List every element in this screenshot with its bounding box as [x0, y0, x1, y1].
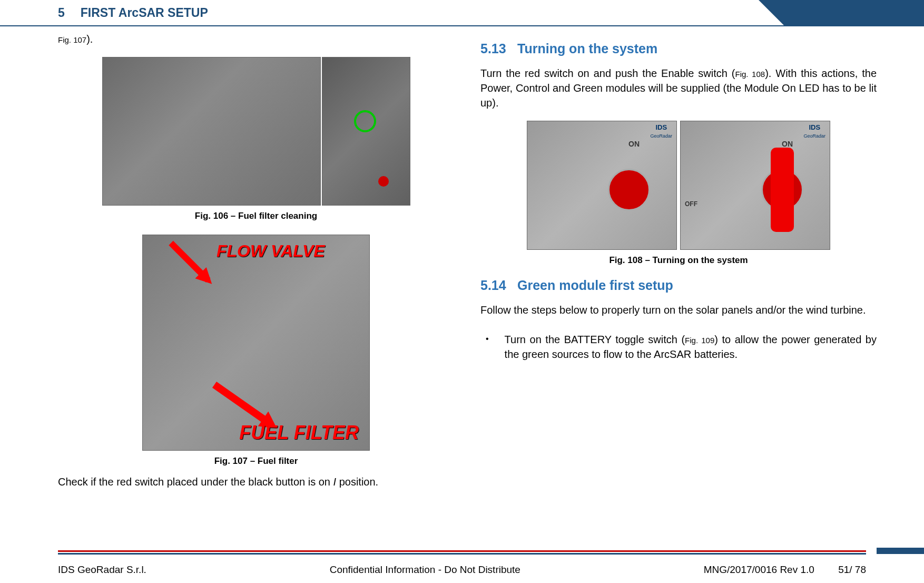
figure-106-caption: Fig. 106 – Fuel filter cleaning [58, 211, 454, 221]
chapter-number: 5 [58, 6, 65, 20]
section-5-14-heading: 5.14Green module first setup [480, 278, 877, 293]
bullet1-pre: Turn on the BATTERY toggle switch ( [505, 334, 685, 345]
ids-logo-right: IDS GeoRadar [803, 123, 825, 139]
bullet-list: • Turn on the BATTERY toggle switch (Fig… [480, 332, 877, 368]
footer-company: IDS GeoRadar S.r.l. [58, 564, 146, 576]
green-circle-annotation [354, 110, 376, 132]
section-5-14-number: 5.14 [480, 278, 517, 293]
section-5-13-number: 5.13 [480, 41, 517, 56]
footer-page: 51/ 78 [838, 564, 866, 575]
chapter-title: FIRST ArcSAR SETUP [81, 6, 208, 20]
bullet-1-text: Turn on the BATTERY toggle switch (Fig. … [505, 332, 877, 362]
section-5-14-body: Follow the steps below to properly turn … [480, 303, 877, 317]
switch-text-post: position. [336, 476, 378, 488]
red-switch-handle-right [771, 148, 794, 232]
ids-text: IDS [655, 123, 667, 131]
top-crossref: Fig. 107). [58, 32, 454, 46]
flow-valve-label: FLOW VALVE [217, 241, 325, 261]
footer-confidential: Confidential Information - Do Not Distri… [330, 564, 520, 576]
footer-content: IDS GeoRadar S.r.l. Confidential Informa… [0, 555, 924, 576]
figure-107-image: FLOW VALVE FUEL FILTER [142, 235, 370, 451]
sec513-pre: Turn the red switch on and push the Enab… [480, 67, 735, 79]
page-footer: IDS GeoRadar S.r.l. Confidential Informa… [0, 550, 924, 583]
header-decoration-bar [784, 0, 924, 25]
footer-docref: MNG/2017/0016 Rev 1.0 [704, 564, 814, 575]
bullet-icon: • [486, 332, 489, 362]
off-label-right: OFF [685, 200, 697, 208]
georadar-text-r: GeoRadar [803, 133, 825, 139]
footer-line-red [58, 550, 866, 552]
fig-ref-108: Fig. 108 [735, 70, 765, 79]
figure-108-right-image: IDS GeoRadar ON OFF [680, 121, 830, 250]
header-underline [0, 25, 924, 26]
fuel-filter-label: FUEL FILTER [239, 422, 359, 444]
right-column: 5.13Turning on the system Turn the red s… [480, 37, 877, 541]
fig-ref-107: Fig. 107 [58, 35, 86, 44]
header-decoration-triangle [759, 0, 784, 25]
figure-106-left-image [102, 57, 321, 206]
figure-107: FLOW VALVE FUEL FILTER [58, 235, 454, 451]
section-5-14-title: Green module first setup [517, 278, 673, 293]
footer-right: MNG/2017/0016 Rev 1.0 51/ 78 [704, 564, 866, 576]
on-label-left: ON [628, 140, 640, 148]
on-label-right: ON [782, 140, 793, 148]
section-5-13-heading: 5.13Turning on the system [480, 41, 877, 56]
red-switch-left [608, 169, 650, 211]
figure-107-caption: Fig. 107 – Fuel filter [58, 456, 454, 467]
page-content: Fig. 107). Fig. 106 – Fuel filter cleani… [58, 32, 877, 541]
list-item: • Turn on the BATTERY toggle switch (Fig… [486, 332, 877, 362]
figure-108: IDS GeoRadar ON IDS GeoRadar ON OFF [480, 121, 877, 250]
figure-108-caption: Fig. 108 – Turning on the system [480, 255, 877, 266]
ids-text-r: IDS [809, 123, 820, 131]
ids-logo-left: IDS GeoRadar [650, 123, 672, 139]
red-dot-annotation [378, 176, 389, 187]
switch-text-pre: Check if the red switch placed under the… [58, 476, 333, 488]
header-title-area: 5 FIRST ArcSAR SETUP [0, 0, 759, 25]
figure-106 [58, 57, 454, 206]
georadar-text: GeoRadar [650, 133, 672, 139]
fig-ref-109: Fig. 109 [685, 336, 714, 345]
page-header: 5 FIRST ArcSAR SETUP [0, 0, 924, 25]
switch-check-text: Check if the red switch placed under the… [58, 474, 454, 489]
figure-108-left-image: IDS GeoRadar ON [527, 121, 677, 250]
section-5-13-body: Turn the red switch on and push the Enab… [480, 66, 877, 110]
fig-ref-suffix: ). [86, 33, 93, 45]
section-5-13-title: Turning on the system [517, 41, 657, 56]
left-column: Fig. 107). Fig. 106 – Fuel filter cleani… [58, 32, 454, 541]
figure-106-right-image [322, 57, 410, 206]
